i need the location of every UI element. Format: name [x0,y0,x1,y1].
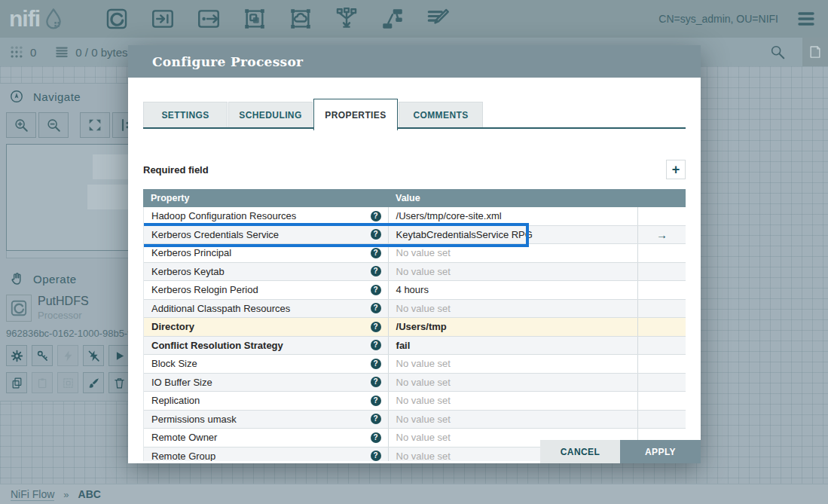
compass-icon [9,89,24,104]
zoom-actual-button[interactable] [112,112,128,138]
key-button[interactable] [32,345,53,366]
cancel-button[interactable]: CANCEL [540,440,620,463]
apply-button[interactable]: APPLY [620,440,701,463]
remote-process-group-tool[interactable] [288,6,313,32]
processor-tool[interactable] [104,6,130,32]
property-name: Kerberos Relogin Period [151,284,371,295]
help-icon[interactable]: ? [371,322,381,332]
operate-panel-header[interactable]: Operate [0,266,128,292]
help-icon[interactable]: ? [371,377,381,387]
navigate-panel-header[interactable]: Navigate [0,84,128,109]
table-row: Kerberos Credentials Service?KeytabCrede… [144,226,686,245]
help-icon[interactable]: ? [371,211,381,221]
property-value: No value set [396,303,451,314]
value-cell[interactable]: No value set [389,411,639,429]
property-cell: Replication? [144,392,389,410]
selected-component-type: Processor [38,310,89,321]
tab-properties[interactable]: PROPERTIES [313,99,398,130]
property-value: /Users/tmp/core-site.xml [396,210,502,221]
bulletin-note-button[interactable] [802,38,828,66]
label-tool[interactable] [426,6,451,32]
output-port-tool[interactable] [196,6,222,32]
play-button[interactable] [108,345,128,366]
zoom-in-button[interactable] [6,112,36,138]
gear-button[interactable] [6,345,27,366]
hand-icon [9,271,24,286]
process-group-tool[interactable] [242,6,267,32]
property-name: Block Size [151,358,371,369]
breadcrumb: NiFi Flow » ABC [0,484,828,504]
table-row: Kerberos Relogin Period?4 hours [144,281,686,300]
birdseye-minimap[interactable] [6,144,128,251]
value-cell[interactable]: No value set [389,244,639,262]
input-port-tool[interactable] [150,6,176,32]
value-cell[interactable]: No value set [389,355,639,373]
top-toolbar: nifi CN=sys_admin, OU=NIFI [0,0,828,38]
property-cell: Kerberos Relogin Period? [144,281,389,299]
value-cell[interactable]: /Users/tmp/core-site.xml [389,207,639,225]
property-name: Additional Classpath Resources [151,303,371,314]
help-icon[interactable]: ? [371,266,381,276]
add-property-button[interactable]: + [666,160,686,179]
help-icon[interactable]: ? [371,396,381,406]
zoom-out-button[interactable] [38,112,69,138]
breadcrumb-current: ABC [78,488,101,500]
operate-panel-title: Operate [33,273,77,286]
tab-comments[interactable]: COMMENTS [399,102,483,127]
search-icon[interactable] [769,44,786,60]
value-cell[interactable]: /Users/tmp [389,318,639,336]
help-icon[interactable]: ? [371,229,381,240]
copy-button[interactable] [6,372,27,393]
help-icon[interactable]: ? [371,432,381,443]
configure-processor-dialog: Configure Processor SETTINGSSCHEDULINGPR… [128,45,701,463]
queued-count: 0 / 0 bytes [75,46,127,59]
droplet-icon [41,6,66,32]
minimap-footer [6,251,128,258]
operate-card: PutHDFS Processor 962836bc-0162-1000-98b… [0,292,128,401]
value-cell[interactable]: fail [389,337,639,355]
help-icon[interactable]: ? [371,340,381,350]
property-value: No value set [396,432,451,443]
value-cell[interactable]: No value set [389,374,639,392]
value-cell[interactable]: No value set [389,300,639,318]
paste-button [32,372,53,393]
value-cell[interactable]: KeytabCredentialsService RPG [389,226,639,244]
property-cell: Directory? [144,318,389,336]
help-icon[interactable]: ? [371,451,381,461]
dialog-header: Configure Processor [128,45,701,78]
template-tool[interactable] [380,6,405,32]
help-icon[interactable]: ? [371,285,381,295]
help-icon[interactable]: ? [371,359,381,369]
property-value: No value set [396,414,451,425]
property-cell: Kerberos Credentials Service? [144,226,389,244]
table-row: Kerberos Principal?No value set [144,244,686,263]
table-row: Block Size?No value set [144,355,686,374]
help-icon[interactable]: ? [371,248,381,258]
property-cell: Remote Owner? [144,429,389,447]
property-cell: IO Buffer Size? [144,374,389,392]
bolt-slash-button[interactable] [83,345,104,366]
brush-button[interactable] [83,372,104,393]
breadcrumb-root-link[interactable]: NiFi Flow [11,488,54,501]
global-menu-button[interactable] [795,10,817,28]
property-cell: Kerberos Principal? [144,244,389,262]
tab-scheduling[interactable]: SCHEDULING [228,102,313,127]
zoom-fit-button[interactable] [80,112,110,138]
property-cell: Hadoop Configuration Resources? [144,207,389,225]
minimap-component [87,185,128,209]
funnel-tool[interactable] [334,6,359,32]
tab-settings[interactable]: SETTINGS [143,102,228,127]
operate-buttons-row2 [6,372,128,393]
table-row: Directory?/Users/tmp [144,318,686,337]
table-row: Additional Classpath Resources?No value … [144,300,686,319]
help-icon[interactable]: ? [371,414,381,424]
value-cell[interactable]: No value set [389,263,639,281]
help-icon[interactable]: ? [371,303,381,313]
value-cell[interactable]: 4 hours [389,281,639,299]
value-cell[interactable]: No value set [389,392,639,410]
property-name: Kerberos Credentials Service [151,229,371,240]
delete-button[interactable] [108,372,128,393]
goto-service-arrow[interactable]: → [638,228,686,241]
property-name: Permissions umask [151,414,371,425]
note-icon [808,44,823,60]
